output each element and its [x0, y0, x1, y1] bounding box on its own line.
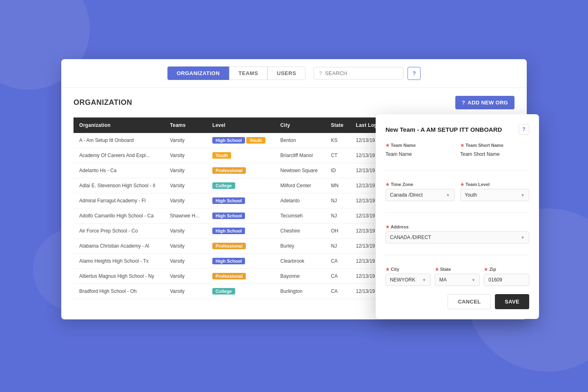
divider-2: [385, 213, 529, 213]
level-badge: College: [212, 182, 235, 189]
level-badge: High School: [212, 228, 245, 234]
cell-level: High School: [207, 254, 275, 269]
cell-state: CA: [325, 269, 350, 284]
help-button[interactable]: ?: [408, 67, 421, 80]
cell-city: Clearbrook: [275, 254, 325, 269]
cell-org: Adlai E. Stevenson High School - Il: [74, 178, 164, 193]
modal-footer: CANCEL SAVE: [385, 294, 529, 309]
cell-org: Albertus Magnus High School - Ny: [74, 269, 164, 284]
cell-teams: Varsity: [164, 269, 207, 284]
address-group: ★ Address CANADA /DIRECT ▼: [385, 224, 529, 244]
cell-city: Newtown Square: [275, 163, 325, 178]
add-new-label: ADD NEW ORG: [468, 100, 508, 106]
cell-teams: Varsity: [164, 254, 207, 269]
state-label: ★ State: [435, 267, 480, 272]
cell-state: MN: [325, 178, 350, 193]
cell-teams: Varsity: [164, 239, 207, 254]
search-input[interactable]: [325, 70, 398, 76]
level-badge: High School: [212, 137, 245, 144]
nav-tabs: ORGANIZATION TEAMS USERS: [167, 66, 306, 80]
cell-org: Alabama Christian Academy - Al: [74, 239, 164, 254]
cell-state: KS: [325, 133, 350, 148]
tab-users[interactable]: USERS: [267, 66, 305, 80]
cell-org: Admiral Farragut Academy - Fl: [74, 193, 164, 208]
col-teams: Teams: [164, 117, 207, 133]
level-badge: High School: [212, 213, 245, 219]
level-badge: Professional: [212, 243, 246, 249]
cell-level: High School: [207, 208, 275, 224]
city-state-zip-row: ★ City NEWYORK ▼ ★ State MA ▼: [385, 267, 529, 286]
team-level-dropdown-icon: ▼: [521, 193, 525, 197]
form-grid: ★ Team Name Team Name ★ Team Short Name …: [385, 143, 529, 286]
cell-city: Cheshire: [275, 224, 325, 239]
cell-level: High SchoolYouth: [207, 133, 275, 148]
cell-teams: Varsity: [164, 193, 207, 208]
time-zone-input[interactable]: Canada /Direct ▼: [385, 189, 454, 201]
nav-bar: ORGANIZATION TEAMS USERS ? ?: [61, 59, 527, 88]
cell-city: Milford Center: [275, 178, 325, 193]
modal-title: New Team - A AM SETUP ITT ONBOARD: [385, 126, 502, 133]
cell-level: High School: [207, 224, 275, 239]
team-short-name-value[interactable]: Team Short Name: [460, 150, 529, 159]
cell-city: Briarcliff Manor: [275, 148, 325, 163]
team-level-label: ★ Team Level: [460, 182, 529, 187]
team-level-value: Youth: [465, 192, 518, 198]
cell-org: Adolfo Camarillo High School - Ca: [74, 208, 164, 224]
state-input[interactable]: MA ▼: [435, 274, 480, 286]
city-value: NEWYORK: [390, 277, 420, 283]
cell-level: College: [207, 178, 275, 193]
time-zone-value: Canada /Direct: [390, 192, 443, 198]
zip-label: ★ Zip: [484, 267, 529, 272]
cell-state: ID: [325, 163, 350, 178]
cell-teams: Varsity: [164, 163, 207, 178]
tab-organization[interactable]: ORGANIZATION: [167, 66, 229, 80]
cell-teams: Shawnee H...: [164, 208, 207, 224]
add-icon: ?: [462, 100, 465, 106]
cell-state: CT: [325, 148, 350, 163]
state-value: MA: [439, 277, 469, 283]
level-badge: High School: [212, 197, 245, 204]
city-label: ★ City: [385, 267, 431, 272]
team-name-value[interactable]: Team Name: [385, 150, 454, 159]
col-state: State: [325, 117, 350, 133]
modal-header: New Team - A AM SETUP ITT ONBOARD ?: [385, 124, 529, 135]
tab-teams[interactable]: TEAMS: [229, 66, 267, 80]
cell-state: OH: [325, 224, 350, 239]
search-bar: ?: [314, 67, 403, 80]
cell-teams: Varsity: [164, 133, 207, 148]
cell-org: Bradford High School - Oh: [74, 284, 164, 299]
level-badge: Youth: [212, 152, 231, 159]
save-button[interactable]: SAVE: [495, 294, 529, 309]
team-level-input[interactable]: Youth ▼: [460, 189, 529, 201]
page-title: ORGANIZATION: [74, 98, 132, 107]
cell-state: CA: [325, 254, 350, 269]
team-level-group: ★ Team Level Youth ▼: [460, 182, 529, 201]
state-dropdown-icon: ▼: [471, 278, 475, 282]
city-dropdown-icon: ▼: [422, 278, 426, 282]
col-city: City: [275, 117, 325, 133]
cell-state: NJ: [325, 208, 350, 224]
cancel-button[interactable]: CANCEL: [448, 294, 491, 309]
level-badge: Professional: [212, 167, 246, 174]
cell-state: NJ: [325, 193, 350, 208]
cell-state: NJ: [325, 239, 350, 254]
cell-city: Tecumseh: [275, 208, 325, 224]
address-dropdown-icon: ▼: [521, 235, 525, 240]
zip-value: 01609: [488, 277, 525, 283]
cell-org: Adelanto Hs - Ca: [74, 163, 164, 178]
cell-teams: Varsity: [164, 224, 207, 239]
cell-org: Alamo Heights High School - Tx: [74, 254, 164, 269]
cell-org: Academy Of Careers And Expl...: [74, 148, 164, 163]
level-badge: College: [212, 288, 235, 295]
cell-city: Burley: [275, 239, 325, 254]
time-zone-group: ★ Time Zone Canada /Direct ▼: [385, 182, 454, 201]
modal-help-button[interactable]: ?: [519, 124, 529, 135]
cell-city: Benton: [275, 133, 325, 148]
add-new-org-button[interactable]: ? ADD NEW ORG: [455, 96, 514, 109]
cell-teams: Varsity: [164, 284, 207, 299]
address-input[interactable]: CANADA /DIRECT ▼: [385, 231, 529, 244]
cell-level: Professional: [207, 163, 275, 178]
city-input[interactable]: NEWYORK ▼: [385, 274, 431, 286]
time-zone-dropdown-icon: ▼: [446, 193, 450, 197]
zip-input[interactable]: 01609: [484, 274, 529, 286]
